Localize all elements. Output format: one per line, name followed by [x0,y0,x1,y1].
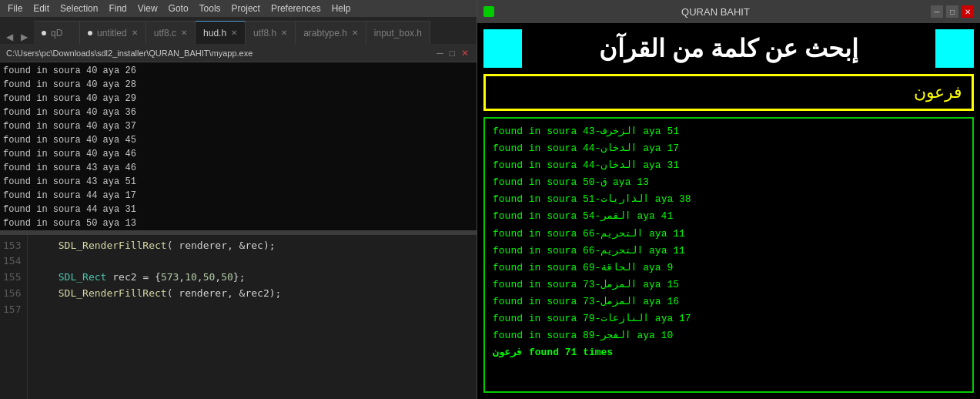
menu-view[interactable]: View [133,2,162,15]
line-num-154: 154 [3,253,21,270]
result-line: found in soura 73-المزمل aya 15 [493,277,965,293]
search-value: فرعون [914,82,962,102]
tab-hudh-close[interactable]: ✕ [231,28,237,37]
terminal-line: found in soura 44 aya 31 [3,203,473,216]
path-maximize-btn[interactable]: □ [448,48,457,59]
code-content[interactable]: SDL_RenderFillRect( renderer, &rec); SDL… [28,235,477,400]
line-num-157: 157 [3,302,21,318]
menu-help[interactable]: Help [327,2,356,15]
header-arabic-title: إبحث عن كلمة من القرآن [528,34,929,63]
tab-inputbox[interactable]: input_box.h [366,21,430,44]
close-button[interactable]: ✕ [962,5,974,18]
tab-bar: ◀ ▶ qD untitled ✕ utf8.c ✕ hud.h ✕ utf8.… [0,17,477,44]
path-controls: ─ □ ✕ [435,48,470,59]
terminal-line: found in soura 40 aya 26 [3,64,473,78]
app-title: QURAN BAHIT [500,6,931,18]
app-header: إبحث عن كلمة من القرآن [483,29,974,68]
result-summary: فرعون found 71 times [493,344,965,361]
tab-nav-arrows: ◀ ▶ [0,30,34,44]
terminal-line: found in soura 43 aya 51 [3,175,473,189]
cyan-square-right [935,29,974,68]
tab-arabtype-close[interactable]: ✕ [352,28,358,37]
menu-preferences[interactable]: Preferences [266,2,326,15]
terminal-line: found in soura 44 aya 17 [3,189,473,203]
result-line: found in soura 79-النازعات aya 17 [493,310,965,327]
terminal-line: found in soura 50 aya 13 [3,216,473,230]
tab-arabtype[interactable]: arabtype.h ✕ [296,21,366,44]
maximize-button[interactable]: □ [946,5,958,18]
menu-goto[interactable]: Goto [164,2,193,15]
tab-inputbox-label: input_box.h [374,28,422,39]
tab-utf8h[interactable]: utf8.h ✕ [246,21,296,44]
search-box[interactable]: فرعون [483,74,974,111]
window-controls: ─ □ ✕ [931,5,974,18]
menu-selection[interactable]: Selection [55,2,102,15]
code-line-153: SDL_RenderFillRect( renderer, &rec); [34,238,470,254]
path-bar: C:\Users\pc\Downloads\sdl2_installer\QUR… [0,44,477,62]
tab-untitled-dot [88,31,92,35]
tab-untitled-label: untitled [97,28,127,39]
tab-arabtype-label: arabtype.h [303,28,347,39]
result-line: found in soura 89-الفجر aya 10 [493,327,965,344]
app-icon [483,6,494,17]
results-area: found in soura 43-الزخرف aya 51 found in… [483,117,974,393]
left-panel: File Edit Selection Find View Goto Tools… [0,0,477,399]
tab-untitled-close[interactable]: ✕ [132,28,138,37]
right-panel: QURAN BAHIT ─ □ ✕ إبحث عن كلمة من القرآن… [477,0,980,399]
minimize-button[interactable]: ─ [931,5,943,18]
result-line: found in soura 50-ق aya 13 [493,174,965,191]
code-editor: 153 154 155 156 157 SDL_RenderFillRect( … [0,235,477,400]
app-content: إبحث عن كلمة من القرآن فرعون found in so… [477,23,980,399]
result-line: found in soura 51-الذاريات aya 38 [493,191,965,208]
menu-project[interactable]: Project [227,2,265,15]
result-line: found in soura 54-القمر aya 41 [493,208,965,225]
app-titlebar: QURAN BAHIT ─ □ ✕ [477,0,980,23]
line-num-153: 153 [3,238,21,254]
line-num-156: 156 [3,286,21,302]
tab-prev-arrow[interactable]: ◀ [3,30,16,44]
result-line: found in soura 44-الدخان aya 31 [493,157,965,174]
result-line: found in soura 69-الحاقة aya 9 [493,260,965,277]
terminal-line: found in soura 40 aya 29 [3,92,473,106]
line-num-155: 155 [3,270,21,286]
code-line-156: SDL_RenderFillRect( renderer, &rec2); [34,286,470,302]
menu-edit[interactable]: Edit [28,2,54,15]
menu-find[interactable]: Find [104,2,131,15]
result-line: found in soura 66-التحريم aya 11 [493,243,965,260]
tab-utf8h-close[interactable]: ✕ [281,28,287,37]
terminal-line: found in soura 40 aya 46 [3,147,473,161]
tab-next-arrow[interactable]: ▶ [18,30,31,44]
result-line: found in soura 66-التحريم aya 11 [493,226,965,243]
terminal-line: found in soura 40 aya 28 [3,78,473,92]
result-line: found in soura 73-المزمل aya 16 [493,293,965,310]
tab-qd-dot [42,31,46,35]
terminal-line: found in soura 40 aya 37 [3,119,473,133]
tab-qd-label: qD [51,28,62,39]
tab-utf8c-label: utf8.c [154,28,176,39]
result-line: found in soura 44-الدخان aya 17 [493,140,965,157]
code-line-157 [34,302,470,318]
menu-file[interactable]: File [3,2,27,15]
tab-utf8c[interactable]: utf8.c ✕ [146,21,196,44]
tab-qd[interactable]: qD [34,21,80,44]
path-text: C:\Users\pc\Downloads\sdl2_installer\QUR… [6,49,253,58]
cyan-square-left [483,29,522,68]
terminal-line: found in soura 40 aya 45 [3,133,473,147]
terminal-output: found in soura 40 aya 26 found in soura … [0,62,477,230]
menu-tools[interactable]: Tools [195,2,226,15]
terminal-line: found in soura 40 aya 36 [3,106,473,119]
terminal-line: found in soura 43 aya 46 [3,161,473,175]
line-numbers: 153 154 155 156 157 [0,235,28,400]
code-line-154 [34,253,470,270]
tab-untitled[interactable]: untitled ✕ [80,21,146,44]
tab-hudh[interactable]: hud.h ✕ [196,21,246,44]
result-line: found in soura 43-الزخرف aya 51 [493,123,965,140]
tab-hudh-label: hud.h [203,28,226,39]
tab-utf8h-label: utf8.h [253,28,276,39]
menu-bar: File Edit Selection Find View Goto Tools… [0,0,477,17]
path-minimize-btn[interactable]: ─ [435,48,445,59]
tab-utf8c-close[interactable]: ✕ [181,28,187,37]
path-close-btn[interactable]: ✕ [460,48,470,59]
code-line-155: SDL_Rect rec2 = {573,10,50,50}; [34,270,470,286]
